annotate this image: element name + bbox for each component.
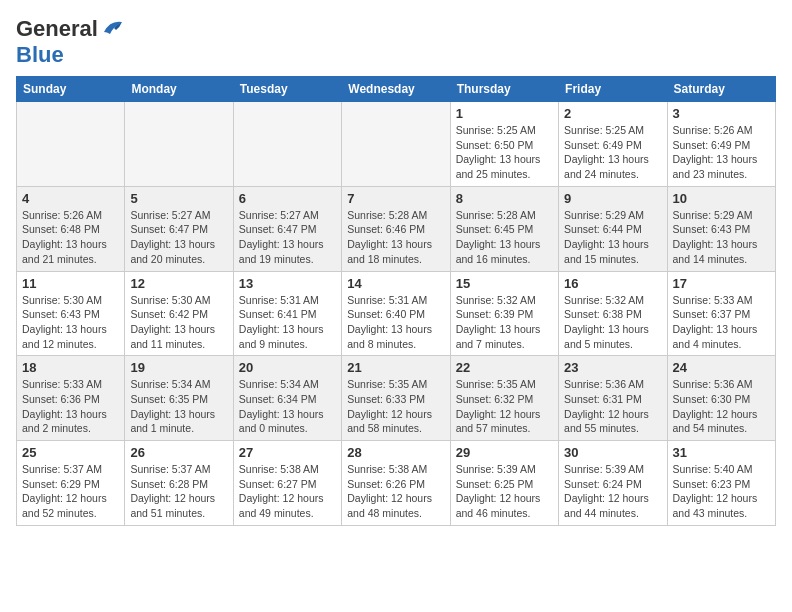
- calendar-cell: 10Sunrise: 5:29 AMSunset: 6:43 PMDayligh…: [667, 186, 775, 271]
- day-info: Sunrise: 5:32 AMSunset: 6:38 PMDaylight:…: [564, 293, 661, 352]
- day-info: Sunrise: 5:27 AMSunset: 6:47 PMDaylight:…: [130, 208, 227, 267]
- day-number: 8: [456, 191, 553, 206]
- day-number: 10: [673, 191, 770, 206]
- day-info: Sunrise: 5:28 AMSunset: 6:46 PMDaylight:…: [347, 208, 444, 267]
- day-info: Sunrise: 5:38 AMSunset: 6:27 PMDaylight:…: [239, 462, 336, 521]
- calendar-cell: 3Sunrise: 5:26 AMSunset: 6:49 PMDaylight…: [667, 102, 775, 187]
- calendar-week-row: 25Sunrise: 5:37 AMSunset: 6:29 PMDayligh…: [17, 441, 776, 526]
- logo-general: General: [16, 16, 98, 41]
- calendar-cell: 29Sunrise: 5:39 AMSunset: 6:25 PMDayligh…: [450, 441, 558, 526]
- calendar-cell: 30Sunrise: 5:39 AMSunset: 6:24 PMDayligh…: [559, 441, 667, 526]
- day-number: 16: [564, 276, 661, 291]
- calendar-cell: [125, 102, 233, 187]
- logo-bird-icon: [102, 18, 124, 36]
- day-number: 7: [347, 191, 444, 206]
- calendar-cell: 15Sunrise: 5:32 AMSunset: 6:39 PMDayligh…: [450, 271, 558, 356]
- weekday-header-row: SundayMondayTuesdayWednesdayThursdayFrid…: [17, 77, 776, 102]
- calendar-week-row: 18Sunrise: 5:33 AMSunset: 6:36 PMDayligh…: [17, 356, 776, 441]
- day-info: Sunrise: 5:36 AMSunset: 6:31 PMDaylight:…: [564, 377, 661, 436]
- calendar-cell: 27Sunrise: 5:38 AMSunset: 6:27 PMDayligh…: [233, 441, 341, 526]
- calendar-cell: 8Sunrise: 5:28 AMSunset: 6:45 PMDaylight…: [450, 186, 558, 271]
- day-number: 1: [456, 106, 553, 121]
- calendar-cell: 4Sunrise: 5:26 AMSunset: 6:48 PMDaylight…: [17, 186, 125, 271]
- calendar-cell: 7Sunrise: 5:28 AMSunset: 6:46 PMDaylight…: [342, 186, 450, 271]
- day-info: Sunrise: 5:35 AMSunset: 6:32 PMDaylight:…: [456, 377, 553, 436]
- day-info: Sunrise: 5:34 AMSunset: 6:34 PMDaylight:…: [239, 377, 336, 436]
- calendar-cell: 17Sunrise: 5:33 AMSunset: 6:37 PMDayligh…: [667, 271, 775, 356]
- calendar-cell: 31Sunrise: 5:40 AMSunset: 6:23 PMDayligh…: [667, 441, 775, 526]
- day-number: 18: [22, 360, 119, 375]
- day-number: 4: [22, 191, 119, 206]
- day-number: 17: [673, 276, 770, 291]
- calendar-cell: 16Sunrise: 5:32 AMSunset: 6:38 PMDayligh…: [559, 271, 667, 356]
- day-number: 5: [130, 191, 227, 206]
- logo: General Blue: [16, 16, 124, 68]
- calendar-cell: [233, 102, 341, 187]
- calendar-table: SundayMondayTuesdayWednesdayThursdayFrid…: [16, 76, 776, 526]
- day-info: Sunrise: 5:40 AMSunset: 6:23 PMDaylight:…: [673, 462, 770, 521]
- day-number: 20: [239, 360, 336, 375]
- calendar-cell: [17, 102, 125, 187]
- weekday-header-saturday: Saturday: [667, 77, 775, 102]
- calendar-cell: 25Sunrise: 5:37 AMSunset: 6:29 PMDayligh…: [17, 441, 125, 526]
- weekday-header-monday: Monday: [125, 77, 233, 102]
- calendar-cell: 26Sunrise: 5:37 AMSunset: 6:28 PMDayligh…: [125, 441, 233, 526]
- day-number: 23: [564, 360, 661, 375]
- day-info: Sunrise: 5:34 AMSunset: 6:35 PMDaylight:…: [130, 377, 227, 436]
- page-header: General Blue: [16, 16, 776, 68]
- day-number: 9: [564, 191, 661, 206]
- day-info: Sunrise: 5:39 AMSunset: 6:24 PMDaylight:…: [564, 462, 661, 521]
- day-info: Sunrise: 5:30 AMSunset: 6:42 PMDaylight:…: [130, 293, 227, 352]
- day-number: 27: [239, 445, 336, 460]
- day-number: 3: [673, 106, 770, 121]
- calendar-week-row: 1Sunrise: 5:25 AMSunset: 6:50 PMDaylight…: [17, 102, 776, 187]
- day-number: 24: [673, 360, 770, 375]
- weekday-header-friday: Friday: [559, 77, 667, 102]
- calendar-cell: [342, 102, 450, 187]
- day-info: Sunrise: 5:29 AMSunset: 6:43 PMDaylight:…: [673, 208, 770, 267]
- day-info: Sunrise: 5:31 AMSunset: 6:41 PMDaylight:…: [239, 293, 336, 352]
- day-number: 26: [130, 445, 227, 460]
- day-info: Sunrise: 5:30 AMSunset: 6:43 PMDaylight:…: [22, 293, 119, 352]
- day-info: Sunrise: 5:26 AMSunset: 6:48 PMDaylight:…: [22, 208, 119, 267]
- day-number: 31: [673, 445, 770, 460]
- calendar-cell: 12Sunrise: 5:30 AMSunset: 6:42 PMDayligh…: [125, 271, 233, 356]
- day-info: Sunrise: 5:26 AMSunset: 6:49 PMDaylight:…: [673, 123, 770, 182]
- logo-blue: Blue: [16, 42, 64, 67]
- day-number: 30: [564, 445, 661, 460]
- day-number: 6: [239, 191, 336, 206]
- day-info: Sunrise: 5:33 AMSunset: 6:37 PMDaylight:…: [673, 293, 770, 352]
- day-number: 29: [456, 445, 553, 460]
- day-info: Sunrise: 5:37 AMSunset: 6:29 PMDaylight:…: [22, 462, 119, 521]
- day-number: 2: [564, 106, 661, 121]
- calendar-cell: 22Sunrise: 5:35 AMSunset: 6:32 PMDayligh…: [450, 356, 558, 441]
- day-number: 15: [456, 276, 553, 291]
- day-info: Sunrise: 5:38 AMSunset: 6:26 PMDaylight:…: [347, 462, 444, 521]
- calendar-cell: 13Sunrise: 5:31 AMSunset: 6:41 PMDayligh…: [233, 271, 341, 356]
- calendar-cell: 18Sunrise: 5:33 AMSunset: 6:36 PMDayligh…: [17, 356, 125, 441]
- day-number: 12: [130, 276, 227, 291]
- weekday-header-tuesday: Tuesday: [233, 77, 341, 102]
- day-info: Sunrise: 5:31 AMSunset: 6:40 PMDaylight:…: [347, 293, 444, 352]
- day-info: Sunrise: 5:27 AMSunset: 6:47 PMDaylight:…: [239, 208, 336, 267]
- day-number: 21: [347, 360, 444, 375]
- day-number: 13: [239, 276, 336, 291]
- day-number: 14: [347, 276, 444, 291]
- calendar-cell: 21Sunrise: 5:35 AMSunset: 6:33 PMDayligh…: [342, 356, 450, 441]
- calendar-cell: 6Sunrise: 5:27 AMSunset: 6:47 PMDaylight…: [233, 186, 341, 271]
- day-number: 11: [22, 276, 119, 291]
- day-number: 22: [456, 360, 553, 375]
- calendar-cell: 14Sunrise: 5:31 AMSunset: 6:40 PMDayligh…: [342, 271, 450, 356]
- day-info: Sunrise: 5:35 AMSunset: 6:33 PMDaylight:…: [347, 377, 444, 436]
- calendar-cell: 5Sunrise: 5:27 AMSunset: 6:47 PMDaylight…: [125, 186, 233, 271]
- day-info: Sunrise: 5:25 AMSunset: 6:50 PMDaylight:…: [456, 123, 553, 182]
- calendar-week-row: 11Sunrise: 5:30 AMSunset: 6:43 PMDayligh…: [17, 271, 776, 356]
- day-info: Sunrise: 5:29 AMSunset: 6:44 PMDaylight:…: [564, 208, 661, 267]
- calendar-cell: 19Sunrise: 5:34 AMSunset: 6:35 PMDayligh…: [125, 356, 233, 441]
- calendar-cell: 23Sunrise: 5:36 AMSunset: 6:31 PMDayligh…: [559, 356, 667, 441]
- calendar-cell: 24Sunrise: 5:36 AMSunset: 6:30 PMDayligh…: [667, 356, 775, 441]
- day-number: 19: [130, 360, 227, 375]
- day-info: Sunrise: 5:33 AMSunset: 6:36 PMDaylight:…: [22, 377, 119, 436]
- calendar-cell: 28Sunrise: 5:38 AMSunset: 6:26 PMDayligh…: [342, 441, 450, 526]
- calendar-cell: 11Sunrise: 5:30 AMSunset: 6:43 PMDayligh…: [17, 271, 125, 356]
